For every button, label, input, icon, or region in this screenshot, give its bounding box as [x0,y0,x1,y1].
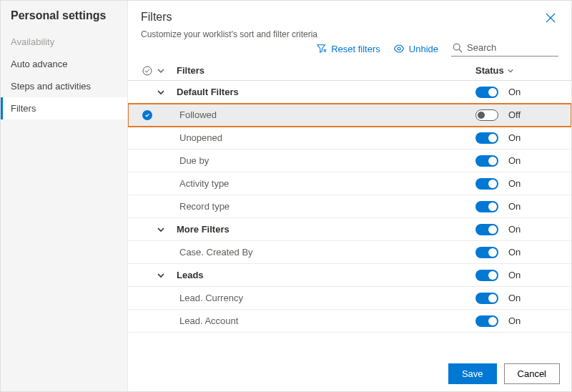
row-status: On [475,315,561,327]
status-label: On [508,155,521,166]
svg-point-2 [143,67,152,75]
row-status: On [475,132,561,144]
chevron-down-icon [507,67,514,74]
unhide-icon [393,44,405,53]
row-status: On [475,270,561,281]
sidebar-title: Personal settings [1,9,127,31]
page-title: Filters [141,11,172,24]
row-name: More Filters [177,224,475,235]
select-all-checkbox[interactable] [138,66,157,76]
unhide-button[interactable]: Unhide [393,44,438,54]
row-status: On [475,87,561,98]
row-status: On [475,293,561,304]
row-expand[interactable] [157,271,177,280]
row-expand[interactable] [157,225,177,234]
status-label: On [508,247,521,258]
search-input[interactable]: Search [451,41,558,57]
checked-icon [142,110,152,120]
filter-rows: Default FiltersOnFollowedOffUnopenedOnDu… [128,81,571,356]
status-toggle[interactable] [475,87,498,98]
column-header-status[interactable]: Status [475,65,561,76]
reset-filters-label: Reset filters [331,44,380,54]
status-label: On [508,293,521,303]
status-label: On [508,87,521,97]
status-label: Off [508,109,521,120]
close-icon [546,13,556,23]
row-status: Off [475,109,561,121]
sidebar-item-steps-and-activities[interactable]: Steps and activities [1,75,127,97]
filter-row[interactable]: FollowedOff [128,104,571,127]
status-toggle[interactable] [475,132,498,144]
row-expand[interactable] [157,88,177,97]
filter-group-row[interactable]: Default FiltersOn [128,81,571,104]
row-status: On [475,178,561,190]
unhide-label: Unhide [409,44,438,54]
status-label: On [508,201,521,212]
collapse-all-button[interactable] [157,67,177,75]
save-button[interactable]: Save [448,363,497,384]
status-toggle[interactable] [475,224,498,235]
status-label: On [508,270,521,280]
filter-row[interactable]: Due byOn [128,150,571,172]
circle-check-icon [142,66,152,76]
page-subtitle: Customize your worklist's sort and filte… [141,29,558,39]
row-status: On [475,155,561,167]
status-label: On [508,178,521,189]
search-placeholder: Search [467,42,496,53]
row-status: On [475,201,561,212]
svg-point-0 [398,47,400,50]
row-checkbox[interactable] [138,110,157,120]
chevron-down-icon [157,225,165,234]
sidebar-item-filters[interactable]: Filters [1,97,127,119]
row-name: Leads [177,270,475,280]
status-toggle[interactable] [475,201,498,212]
footer: Save Cancel [128,356,571,391]
status-label: On [508,224,521,235]
filter-group-row[interactable]: LeadsOn [128,264,571,287]
status-toggle[interactable] [475,293,498,304]
filter-row[interactable]: Case. Created ByOn [128,241,571,264]
close-button[interactable] [543,9,558,25]
search-icon [453,43,463,53]
filter-row[interactable]: UnopenedOn [128,127,571,150]
filter-row[interactable]: Record typeOn [128,195,571,218]
status-label: On [508,132,521,143]
filter-row[interactable]: Lead. AccountOn [128,310,571,333]
status-toggle[interactable] [475,315,498,327]
table-header: Filters Status [128,61,571,81]
row-name: Due by [177,155,475,166]
filter-reset-icon [317,44,327,54]
filter-group-row[interactable]: More FiltersOn [128,218,571,241]
chevron-down-icon [157,271,165,280]
column-header-filters[interactable]: Filters [177,65,475,76]
row-name: Lead. Account [177,315,475,326]
row-name: Activity type [177,178,475,189]
status-toggle[interactable] [475,109,498,121]
sidebar: Personal settings AvailabilityAuto advan… [1,1,128,391]
status-toggle[interactable] [475,247,498,258]
main-panel: Filters Customize your worklist's sort a… [128,1,571,391]
sidebar-item-auto-advance[interactable]: Auto advance [1,53,127,75]
status-toggle[interactable] [475,270,498,281]
toolbar: Reset filters Unhide Search [128,41,571,61]
row-status: On [475,224,561,235]
filter-row[interactable]: Lead. CurrencyOn [128,287,571,310]
filter-row[interactable]: Activity typeOn [128,172,571,195]
status-toggle[interactable] [475,155,498,167]
reset-filters-button[interactable]: Reset filters [317,44,380,54]
row-name: Case. Created By [177,247,475,258]
row-name: Followed [177,109,475,120]
svg-point-1 [453,44,460,50]
row-name: Unopened [177,132,475,143]
sidebar-item-availability[interactable]: Availability [1,31,127,53]
row-status: On [475,247,561,258]
status-toggle[interactable] [475,178,498,190]
row-name: Lead. Currency [177,293,475,303]
status-label: On [508,315,521,326]
chevron-down-icon [157,67,165,75]
row-name: Record type [177,201,475,212]
sidebar-nav: AvailabilityAuto advanceSteps and activi… [1,31,127,119]
row-name: Default Filters [177,87,475,97]
chevron-down-icon [157,88,165,97]
cancel-button[interactable]: Cancel [504,363,560,384]
